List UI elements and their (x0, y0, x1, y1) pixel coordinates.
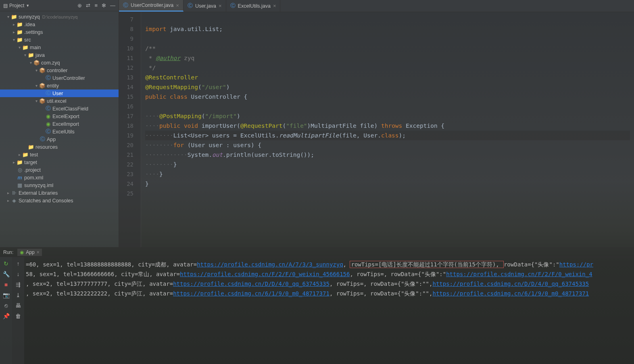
tree-node-icon: 📁 (16, 29, 23, 35)
run-tab[interactable]: ◉ App × (17, 249, 42, 256)
hide-icon[interactable]: — (110, 2, 115, 8)
project-sidebar: ▤ Project ▼ ⊕ ⇄ ≡ ✻ — ▾📁sunnyzyqD:\code\… (0, 0, 119, 247)
trash-icon[interactable]: 🗑 (15, 313, 21, 319)
tree-item-util-excel[interactable]: ▾📦util.excel (0, 97, 119, 105)
tree-item-src[interactable]: ▾📁src (0, 36, 119, 44)
tree-item-com-zyq[interactable]: ▾📦com.zyq (0, 59, 119, 67)
editor-tabs: ⒸUserController.java×ⒸUser.java×ⒸExcelUt… (119, 0, 634, 12)
project-tree[interactable]: ▾📁sunnyzyqD:\code\sunnyzyq▸📁.idea▸📁.sett… (0, 11, 119, 247)
tree-arrow-icon[interactable]: ▾ (34, 83, 39, 88)
sidebar-title[interactable]: Project (9, 3, 24, 8)
tree-item--project[interactable]: ◎.project (0, 166, 119, 174)
run-tab-label: App (26, 250, 34, 255)
tree-item-excelexport[interactable]: ◉ExcelExport (0, 112, 119, 120)
pin-icon[interactable]: 📌 (3, 313, 10, 319)
wrap-icon[interactable]: ⇶ (16, 281, 21, 288)
tree-node-icon: ◉ (44, 113, 52, 119)
tree-item-excelimport[interactable]: ◉ExcelImport (0, 120, 119, 128)
up-icon[interactable]: ↑ (17, 260, 20, 267)
tree-node-icon: ⊪ (10, 190, 18, 196)
tree-item-app[interactable]: ⒸApp (0, 135, 119, 143)
wrench-icon[interactable]: 🔧 (3, 271, 10, 277)
tree-item-external-libraries[interactable]: ▸⊪External Libraries (0, 189, 119, 197)
tree-item-main[interactable]: ▾📁main (0, 44, 119, 51)
tree-arrow-icon[interactable]: ▸ (17, 152, 22, 157)
tree-arrow-icon[interactable]: ▾ (34, 68, 39, 73)
gear-icon[interactable]: ✻ (102, 2, 106, 8)
tree-arrow-icon[interactable]: ▾ (28, 60, 33, 65)
tree-item-test[interactable]: ▸📁test (0, 151, 119, 158)
console-line: , sex=2, tel=13222222222, city=庐江, avata… (26, 289, 632, 298)
run-toolbar-left: ↻ 🔧 ■ 📷 ⎋ 📌 (0, 257, 12, 364)
tree-node-icon: ◉ (44, 121, 52, 127)
console-line: =60, sex=1, tel=138888888888888, city=成都… (26, 260, 632, 269)
console-link[interactable]: https://profile.csdnimg.cn/A/7/3/3_sunny… (197, 261, 343, 268)
expand-icon[interactable]: ≡ (94, 2, 98, 8)
tree-arrow-icon[interactable]: ▸ (11, 30, 16, 34)
chevron-down-icon[interactable]: ▼ (26, 4, 29, 8)
tree-item--settings[interactable]: ▸📁.settings (0, 28, 119, 36)
close-icon[interactable]: × (273, 3, 276, 9)
exit-icon[interactable]: ⎋ (4, 302, 8, 309)
tree-item-scratches-and-consoles[interactable]: ▸◈Scratches and Consoles (0, 197, 119, 204)
tree-item-usercontroller[interactable]: ⒸUserController (0, 74, 119, 82)
tree-node-label: test (29, 152, 38, 158)
tree-arrow-icon[interactable]: ▸ (11, 160, 16, 164)
editor-area: ⒸUserController.java×ⒸUser.java×ⒸExcelUt… (119, 0, 634, 247)
tree-item-sunnyzyq-iml[interactable]: ▦sunnyzyq.iml (0, 181, 119, 189)
print-icon[interactable]: 🖶 (15, 302, 21, 309)
console-line: , sex=2, tel=13777777777, city=庐江, avata… (26, 279, 632, 289)
tree-item-java[interactable]: ▾📁java (0, 51, 119, 59)
tree-item-excelclassfield[interactable]: ⒸExcelClassField (0, 105, 119, 112)
console-link[interactable]: https://pr (559, 261, 593, 268)
project-icon: ▤ (3, 3, 8, 8)
tree-node-label: Scratches and Consoles (18, 198, 73, 204)
collapse-icon[interactable]: ⇄ (86, 2, 90, 8)
console-link[interactable]: https://profile.csdnimg.cn/F/2/F/0_weixi… (180, 271, 350, 277)
tree-item-target[interactable]: ▸📁target (0, 158, 119, 166)
camera-icon[interactable]: 📷 (3, 292, 10, 298)
line-gutter: 78910111213141516171819202122232425 (119, 12, 141, 247)
tab-user-java[interactable]: ⒸUser.java× (184, 0, 226, 12)
console-link[interactable]: https://profile.csdnimg.cn/D/D/4/0_qq_63… (173, 281, 330, 287)
tree-arrow-icon[interactable]: ▾ (23, 53, 27, 57)
close-icon[interactable]: × (37, 250, 40, 255)
sidebar-header: ▤ Project ▼ ⊕ ⇄ ≡ ✻ — (0, 0, 119, 11)
tab-excelutils-java[interactable]: ⒸExcelUtils.java× (226, 0, 281, 12)
file-icon: Ⓒ (123, 2, 128, 9)
console-output[interactable]: =60, sex=1, tel=138888888888888, city=成都… (24, 257, 634, 364)
tree-arrow-icon[interactable]: ▾ (17, 45, 22, 50)
tree-arrow-icon[interactable]: ▸ (6, 198, 10, 203)
tree-arrow-icon[interactable]: ▸ (6, 191, 10, 195)
tree-item-resources[interactable]: 📁resources (0, 143, 119, 151)
tree-arrow-icon[interactable]: ▾ (11, 37, 16, 42)
file-icon: Ⓒ (188, 2, 193, 9)
code-editor[interactable]: import java.util.List; /** * @author zyq… (141, 12, 634, 247)
close-icon[interactable]: × (219, 3, 222, 9)
console-link[interactable]: https://profile.csdnimg.cn/F/2/F/0_weixi… (446, 271, 592, 277)
tab-usercontroller-java[interactable]: ⒸUserController.java× (119, 0, 184, 12)
stop-icon[interactable]: ■ (4, 281, 8, 288)
console-link[interactable]: https://profile.csdnimg.cn/6/1/9/0_m0_48… (432, 290, 589, 297)
close-icon[interactable]: × (176, 2, 179, 8)
locate-icon[interactable]: ⊕ (77, 2, 82, 8)
tree-item-user[interactable]: ⒸUser (0, 89, 119, 97)
tree-item-excelutils[interactable]: ⒸExcelUtils (0, 128, 119, 135)
run-label: Run: (3, 250, 13, 255)
tree-item--idea[interactable]: ▸📁.idea (0, 21, 119, 28)
tab-label: User.java (195, 3, 216, 9)
console-link[interactable]: https://profile.csdnimg.cn/6/1/9/0_m0_48… (173, 290, 330, 297)
down-icon[interactable]: ↓ (17, 271, 20, 277)
tree-item-controller[interactable]: ▾📦controller (0, 67, 119, 74)
tree-item-pom-xml[interactable]: mpom.xml (0, 174, 119, 181)
tree-arrow-icon[interactable]: ▾ (6, 15, 10, 19)
tree-arrow-icon[interactable]: ▸ (11, 22, 16, 27)
rerun-icon[interactable]: ↻ (4, 260, 8, 267)
tree-item-entity[interactable]: ▾📦entity (0, 82, 119, 89)
console-link[interactable]: https://profile.csdnimg.cn/D/D/4/0_qq_63… (432, 281, 589, 287)
tree-node-label: target (23, 160, 37, 165)
tree-node-label: sunnyzyq (18, 14, 40, 20)
tree-item-sunnyzyq[interactable]: ▾📁sunnyzyqD:\code\sunnyzyq (0, 13, 119, 21)
tree-arrow-icon[interactable]: ▾ (34, 99, 39, 103)
scroll-icon[interactable]: ⤓ (16, 292, 21, 298)
